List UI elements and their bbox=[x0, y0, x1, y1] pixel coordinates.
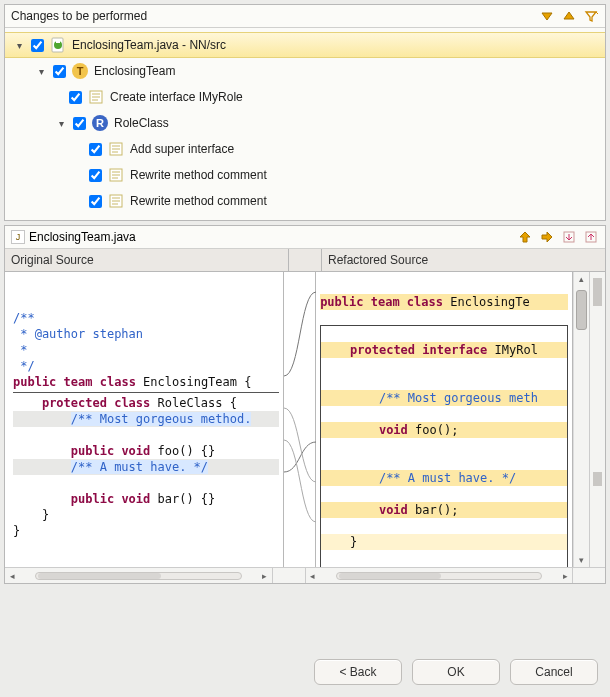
copy-all-left-icon[interactable] bbox=[517, 229, 533, 245]
scroll-up-icon[interactable]: ▴ bbox=[574, 274, 589, 284]
code-line: * bbox=[13, 343, 27, 357]
hscroll-right-pane[interactable]: ◂ ▸ bbox=[306, 568, 574, 583]
code-line bbox=[321, 455, 328, 469]
code-line: */ bbox=[13, 359, 35, 373]
checkbox-rewrite-1[interactable] bbox=[89, 169, 102, 182]
code-line: } bbox=[13, 508, 49, 522]
hscroll-right-arrow-icon[interactable]: ▸ bbox=[258, 571, 272, 581]
refactored-source-header: Refactored Source bbox=[322, 249, 605, 271]
scrollbar-thumb[interactable] bbox=[576, 290, 587, 330]
code-line: } bbox=[13, 524, 20, 538]
code-line: /** A must have. */ bbox=[13, 459, 279, 475]
prev-diff-icon[interactable] bbox=[583, 229, 599, 245]
changes-header: Changes to be performed bbox=[5, 5, 605, 28]
tree-label-class: EnclosingTeam bbox=[94, 64, 175, 78]
tree-row-roleclass[interactable]: ▾ R RoleClass bbox=[5, 110, 605, 136]
original-source-header: Original Source bbox=[5, 249, 289, 271]
copy-left-icon[interactable] bbox=[539, 229, 555, 245]
java-unit-icon: J bbox=[11, 230, 25, 244]
prev-change-icon[interactable] bbox=[561, 8, 577, 24]
tree-row-rewrite-1[interactable]: Rewrite method comment bbox=[5, 162, 605, 188]
code-line: /** Most gorgeous meth bbox=[321, 390, 567, 406]
team-class-icon: T bbox=[72, 63, 88, 79]
hscroll-left[interactable]: ◂ ▸ bbox=[5, 568, 273, 583]
code-line: public void bar() {} bbox=[13, 492, 215, 506]
tree-row-rewrite-2[interactable]: Rewrite method comment bbox=[5, 188, 605, 214]
next-diff-icon[interactable] bbox=[561, 229, 577, 245]
hscroll-left-arrow-icon[interactable]: ◂ bbox=[5, 571, 19, 581]
changes-tree: ▾ EnclosingTeam.java - NN/src ▾ T Enclos… bbox=[5, 28, 605, 220]
tree-row-add-super[interactable]: Add super interface bbox=[5, 136, 605, 162]
tree-label-roleclass: RoleClass bbox=[114, 116, 169, 130]
code-line: void foo(); bbox=[321, 422, 567, 438]
checkbox-file[interactable] bbox=[31, 39, 44, 52]
code-line: protected class RoleClass { bbox=[13, 396, 237, 410]
vertical-scrollbar[interactable]: ▴ ▾ bbox=[573, 272, 589, 567]
original-source-pane[interactable]: /** * @author stephan * */ public team c… bbox=[5, 272, 284, 567]
text-change-icon bbox=[88, 89, 104, 105]
code-line: * @author stephan bbox=[13, 327, 143, 341]
code-line: public team class EnclosingTe bbox=[320, 294, 568, 310]
compare-header: J EnclosingTeam.java bbox=[5, 226, 605, 249]
checkbox-class[interactable] bbox=[53, 65, 66, 78]
back-button[interactable]: < Back bbox=[314, 659, 402, 685]
expand-toggle-icon[interactable]: ▾ bbox=[55, 117, 67, 129]
diff-column-headers: Original Source Refactored Source bbox=[5, 249, 605, 272]
diff-connector bbox=[284, 272, 316, 567]
code-line: /** A must have. */ bbox=[321, 470, 567, 486]
scroll-down-icon[interactable]: ▾ bbox=[574, 555, 589, 565]
text-change-icon bbox=[108, 141, 124, 157]
code-line: public void foo() {} bbox=[13, 444, 215, 458]
code-line: protected interface IMyRol bbox=[321, 342, 567, 358]
java-file-icon bbox=[50, 37, 66, 53]
text-change-icon bbox=[108, 167, 124, 183]
cancel-button[interactable]: Cancel bbox=[510, 659, 598, 685]
checkbox-rewrite-2[interactable] bbox=[89, 195, 102, 208]
code-line: public team class EnclosingTeam { bbox=[13, 375, 251, 389]
code-line: } bbox=[321, 534, 567, 550]
code-line: void bar(); bbox=[321, 502, 567, 518]
role-class-icon: R bbox=[92, 115, 108, 131]
hscroll-right-arrow-icon[interactable]: ▸ bbox=[558, 571, 572, 581]
expand-toggle-icon[interactable]: ▾ bbox=[13, 39, 25, 51]
tree-label-rewrite-2: Rewrite method comment bbox=[130, 194, 267, 208]
overview-mark bbox=[593, 472, 602, 486]
changes-panel: Changes to be performed ▾ EnclosingTeam.… bbox=[4, 4, 606, 221]
code-line: /** Most gorgeous method. bbox=[13, 411, 279, 427]
changes-title: Changes to be performed bbox=[11, 9, 147, 23]
tree-row-create-interface[interactable]: Create interface IMyRole bbox=[5, 84, 605, 110]
ok-button[interactable]: OK bbox=[412, 659, 500, 685]
horizontal-scrollbars: ◂ ▸ ◂ ▸ bbox=[5, 567, 605, 583]
expand-toggle-icon[interactable]: ▾ bbox=[35, 65, 47, 77]
hscroll-left-arrow-icon[interactable]: ◂ bbox=[306, 571, 320, 581]
compare-panel: J EnclosingTeam.java Original Source Ref… bbox=[4, 225, 606, 584]
tree-label-add-super: Add super interface bbox=[130, 142, 234, 156]
checkbox-create-interface[interactable] bbox=[69, 91, 82, 104]
checkbox-roleclass[interactable] bbox=[73, 117, 86, 130]
text-change-icon bbox=[108, 193, 124, 209]
gutter-header bbox=[289, 249, 322, 271]
hscroll-overview-gap bbox=[573, 568, 605, 583]
refactored-source-pane[interactable]: public team class EnclosingTe protected … bbox=[316, 272, 573, 567]
filter-icon[interactable] bbox=[583, 8, 599, 24]
svg-rect-2 bbox=[56, 41, 60, 43]
tree-label-file: EnclosingTeam.java - NN/src bbox=[72, 38, 226, 52]
overview-ruler[interactable] bbox=[589, 272, 605, 567]
compare-filename: EnclosingTeam.java bbox=[29, 230, 136, 244]
diff-body: /** * @author stephan * */ public team c… bbox=[5, 272, 605, 567]
next-change-icon[interactable] bbox=[539, 8, 555, 24]
tree-label-create-interface: Create interface IMyRole bbox=[110, 90, 243, 104]
tree-label-rewrite-1: Rewrite method comment bbox=[130, 168, 267, 182]
tree-row-class[interactable]: ▾ T EnclosingTeam bbox=[5, 58, 605, 84]
dialog-buttons: < Back OK Cancel bbox=[314, 659, 598, 685]
tree-row-file[interactable]: ▾ EnclosingTeam.java - NN/src bbox=[5, 32, 605, 58]
code-line bbox=[321, 375, 328, 389]
overview-mark bbox=[593, 278, 602, 306]
hscroll-gutter bbox=[273, 568, 306, 583]
checkbox-add-super[interactable] bbox=[89, 143, 102, 156]
code-line: /** bbox=[13, 311, 35, 325]
